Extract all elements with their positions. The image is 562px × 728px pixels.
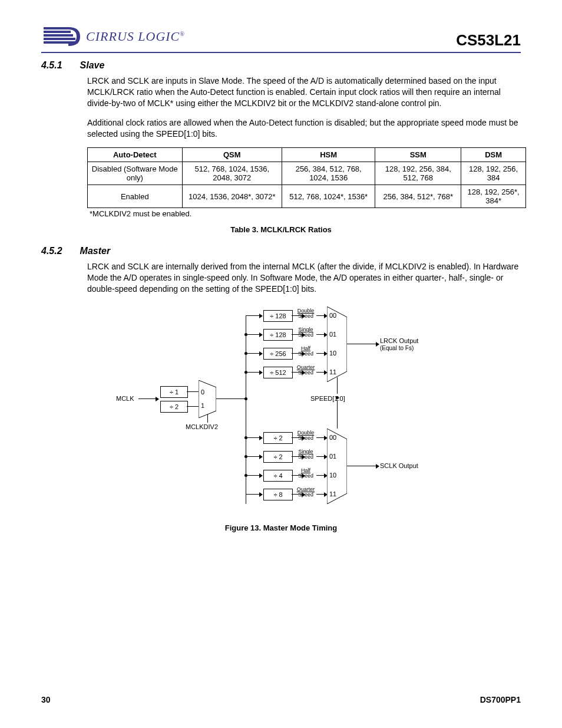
- cirrus-logo-icon: [41, 24, 82, 50]
- page-header: CIRRUS LOGIC® CS53L21: [41, 24, 521, 53]
- divbox: ÷ 256: [263, 348, 293, 360]
- speed-label: HalfSpeed: [294, 346, 318, 357]
- mux-code: 11: [329, 490, 336, 498]
- cell: 256, 384, 512*, 768*: [375, 185, 461, 208]
- mux-code: 00: [329, 434, 336, 441]
- speed-label: HalfSpeed: [294, 468, 318, 479]
- section-title: Master: [80, 246, 111, 256]
- div2-box: ÷ 2: [160, 401, 188, 413]
- page-number: 30: [41, 695, 51, 704]
- cell: Enabled: [88, 185, 183, 208]
- speed-label: QuarterSpeed: [294, 487, 318, 498]
- divbox: ÷ 512: [263, 367, 293, 378]
- mux-code: 01: [329, 453, 336, 460]
- divbox: ÷ 128: [263, 310, 293, 322]
- speed-label: SingleSpeed: [294, 449, 318, 460]
- cell: Disabled (Software Mode only): [88, 162, 183, 185]
- wire: [316, 494, 325, 495]
- table-row: Disabled (Software Mode only) 512, 768, …: [88, 162, 526, 185]
- speed-label: DoubleSpeed: [294, 308, 318, 319]
- logo: CIRRUS LOGIC®: [41, 24, 185, 50]
- wire: [138, 398, 156, 399]
- svg-rect-3: [44, 38, 75, 40]
- section-title: Slave: [80, 60, 105, 71]
- wire: [347, 344, 376, 344]
- wire: [316, 315, 325, 316]
- table-3: Auto-Detect QSM HSM SSM DSM Disabled (So…: [87, 147, 526, 208]
- figure-13: MCLK ÷ 1 ÷ 2 0 1 MCLKDIV2: [41, 307, 521, 532]
- mux-sel-1: 1: [201, 402, 204, 409]
- th-hsm: HSM: [282, 148, 375, 162]
- cell: 512, 768, 1024*, 1536*: [282, 185, 375, 208]
- table-row: Auto-Detect QSM HSM SSM DSM: [88, 148, 526, 162]
- svg-rect-2: [44, 34, 73, 37]
- wire: [246, 353, 260, 354]
- wire: [187, 406, 199, 407]
- svg-marker-5: [199, 380, 216, 418]
- th-dsm: DSM: [461, 148, 526, 162]
- logo-text: CIRRUS LOGIC®: [86, 29, 185, 44]
- wire: [316, 475, 325, 476]
- mux-code: 01: [329, 331, 336, 338]
- wire: [246, 456, 260, 457]
- divbox: ÷ 2: [263, 451, 293, 463]
- para-451-2: Additional clock ratios are allowed when…: [87, 117, 521, 140]
- cell: 512, 768, 1024, 1536, 2048, 3072: [182, 162, 282, 185]
- divbox: ÷ 4: [263, 470, 293, 482]
- wire: [246, 437, 260, 438]
- th-qsm: QSM: [182, 148, 282, 162]
- lrck-sub-label: (Equal to Fs): [380, 345, 414, 351]
- page-footer: 30 DS700PP1: [41, 695, 521, 704]
- doc-id: DS700PP1: [480, 695, 521, 704]
- wire: [246, 372, 260, 373]
- mclk-label: MCLK: [116, 395, 134, 402]
- table-caption: Table 3. MCLK/LRCK Ratios: [41, 225, 521, 234]
- section-number: 4.5.2: [41, 246, 62, 256]
- mux-code: 00: [329, 312, 336, 319]
- lrck-output-label: LRCK Output: [380, 337, 418, 344]
- wire: [207, 414, 208, 423]
- divbox: ÷ 8: [263, 489, 293, 500]
- wire: [187, 391, 199, 392]
- part-number: CS53L21: [456, 31, 521, 50]
- cell: 256, 384, 512, 768, 1024, 1536: [282, 162, 375, 185]
- figure-caption: Figure 13. Master Mode Timing: [41, 523, 521, 532]
- mux-sel-0: 0: [201, 388, 204, 396]
- wire: [316, 456, 325, 457]
- mclkdiv2-label: MCLKDIV2: [186, 423, 218, 430]
- svg-rect-1: [44, 31, 71, 33]
- th-auto: Auto-Detect: [88, 148, 183, 162]
- wire: [316, 372, 325, 373]
- speed-label: SingleSpeed: [294, 327, 318, 338]
- wire: [316, 334, 325, 335]
- divbox: ÷ 128: [263, 329, 293, 341]
- divbox: ÷ 2: [263, 432, 293, 444]
- mux-code: 10: [329, 472, 336, 479]
- cell: 128, 192, 256, 384: [461, 162, 526, 185]
- wire: [246, 315, 260, 316]
- para-452-1: LRCK and SCLK are internally derived fro…: [87, 261, 521, 295]
- wire: [216, 398, 246, 399]
- table-footnote: *MCLKDIV2 must be enabled.: [90, 209, 521, 218]
- mux-mclkdiv2: [199, 380, 216, 418]
- heading-4-5-1: 4.5.1 Slave: [41, 60, 521, 71]
- wire: [337, 400, 338, 429]
- cell: 1024, 1536, 2048*, 3072*: [182, 185, 282, 208]
- div1-box: ÷ 1: [160, 386, 188, 398]
- sclk-output-label: SCLK Output: [380, 462, 418, 469]
- heading-4-5-2: 4.5.2 Master: [41, 246, 521, 256]
- para-451-1: LRCK and SCLK are inputs in Slave Mode. …: [87, 75, 521, 109]
- section-number: 4.5.1: [41, 60, 62, 71]
- speed-signal-label: SPEED[1:0]: [310, 395, 345, 402]
- wire: [246, 494, 260, 495]
- mux-code: 10: [329, 350, 336, 357]
- mux-code: 11: [329, 368, 336, 375]
- wire: [246, 475, 260, 476]
- th-ssm: SSM: [375, 148, 461, 162]
- speed-label: QuarterSpeed: [294, 365, 318, 375]
- speed-label: DoubleSpeed: [294, 430, 318, 441]
- cell: 128, 192, 256, 384, 512, 768: [375, 162, 461, 185]
- wire: [316, 353, 325, 354]
- wire: [337, 377, 338, 394]
- svg-rect-0: [44, 27, 68, 29]
